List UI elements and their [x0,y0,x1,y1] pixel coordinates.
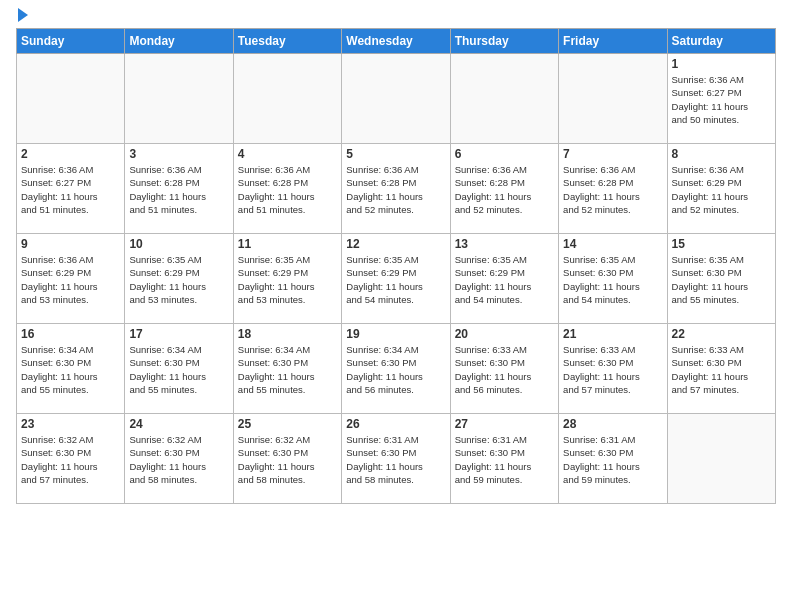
calendar-header-thursday: Thursday [450,29,558,54]
calendar-cell [17,54,125,144]
calendar-cell [667,414,775,504]
calendar-cell: 26Sunrise: 6:31 AM Sunset: 6:30 PM Dayli… [342,414,450,504]
day-info: Sunrise: 6:32 AM Sunset: 6:30 PM Dayligh… [21,433,120,486]
day-number: 5 [346,147,445,161]
day-number: 15 [672,237,771,251]
day-info: Sunrise: 6:36 AM Sunset: 6:29 PM Dayligh… [21,253,120,306]
logo [16,10,28,22]
calendar-cell: 21Sunrise: 6:33 AM Sunset: 6:30 PM Dayli… [559,324,667,414]
day-info: Sunrise: 6:36 AM Sunset: 6:29 PM Dayligh… [672,163,771,216]
day-info: Sunrise: 6:34 AM Sunset: 6:30 PM Dayligh… [346,343,445,396]
day-number: 7 [563,147,662,161]
day-number: 10 [129,237,228,251]
calendar: SundayMondayTuesdayWednesdayThursdayFrid… [16,28,776,504]
day-info: Sunrise: 6:33 AM Sunset: 6:30 PM Dayligh… [672,343,771,396]
calendar-cell: 14Sunrise: 6:35 AM Sunset: 6:30 PM Dayli… [559,234,667,324]
day-number: 27 [455,417,554,431]
calendar-header-monday: Monday [125,29,233,54]
calendar-cell: 2Sunrise: 6:36 AM Sunset: 6:27 PM Daylig… [17,144,125,234]
calendar-cell: 4Sunrise: 6:36 AM Sunset: 6:28 PM Daylig… [233,144,341,234]
day-number: 24 [129,417,228,431]
day-info: Sunrise: 6:36 AM Sunset: 6:28 PM Dayligh… [455,163,554,216]
day-info: Sunrise: 6:31 AM Sunset: 6:30 PM Dayligh… [346,433,445,486]
day-info: Sunrise: 6:35 AM Sunset: 6:29 PM Dayligh… [455,253,554,306]
calendar-cell: 10Sunrise: 6:35 AM Sunset: 6:29 PM Dayli… [125,234,233,324]
calendar-cell: 16Sunrise: 6:34 AM Sunset: 6:30 PM Dayli… [17,324,125,414]
day-number: 26 [346,417,445,431]
day-info: Sunrise: 6:35 AM Sunset: 6:29 PM Dayligh… [129,253,228,306]
day-info: Sunrise: 6:35 AM Sunset: 6:29 PM Dayligh… [238,253,337,306]
calendar-header-wednesday: Wednesday [342,29,450,54]
day-number: 19 [346,327,445,341]
day-info: Sunrise: 6:34 AM Sunset: 6:30 PM Dayligh… [238,343,337,396]
calendar-cell: 23Sunrise: 6:32 AM Sunset: 6:30 PM Dayli… [17,414,125,504]
day-number: 22 [672,327,771,341]
calendar-cell: 1Sunrise: 6:36 AM Sunset: 6:27 PM Daylig… [667,54,775,144]
calendar-week-1: 2Sunrise: 6:36 AM Sunset: 6:27 PM Daylig… [17,144,776,234]
day-number: 11 [238,237,337,251]
day-info: Sunrise: 6:34 AM Sunset: 6:30 PM Dayligh… [129,343,228,396]
day-number: 12 [346,237,445,251]
calendar-cell: 25Sunrise: 6:32 AM Sunset: 6:30 PM Dayli… [233,414,341,504]
day-number: 17 [129,327,228,341]
day-info: Sunrise: 6:36 AM Sunset: 6:27 PM Dayligh… [21,163,120,216]
calendar-body: 1Sunrise: 6:36 AM Sunset: 6:27 PM Daylig… [17,54,776,504]
day-number: 14 [563,237,662,251]
calendar-cell: 18Sunrise: 6:34 AM Sunset: 6:30 PM Dayli… [233,324,341,414]
calendar-cell: 13Sunrise: 6:35 AM Sunset: 6:29 PM Dayli… [450,234,558,324]
calendar-cell: 9Sunrise: 6:36 AM Sunset: 6:29 PM Daylig… [17,234,125,324]
day-info: Sunrise: 6:32 AM Sunset: 6:30 PM Dayligh… [238,433,337,486]
day-number: 20 [455,327,554,341]
calendar-week-4: 23Sunrise: 6:32 AM Sunset: 6:30 PM Dayli… [17,414,776,504]
day-info: Sunrise: 6:35 AM Sunset: 6:30 PM Dayligh… [563,253,662,306]
logo-arrow-icon [18,8,28,22]
day-info: Sunrise: 6:31 AM Sunset: 6:30 PM Dayligh… [563,433,662,486]
day-number: 3 [129,147,228,161]
day-number: 28 [563,417,662,431]
day-info: Sunrise: 6:34 AM Sunset: 6:30 PM Dayligh… [21,343,120,396]
calendar-cell [450,54,558,144]
calendar-cell [559,54,667,144]
calendar-cell: 24Sunrise: 6:32 AM Sunset: 6:30 PM Dayli… [125,414,233,504]
calendar-cell: 6Sunrise: 6:36 AM Sunset: 6:28 PM Daylig… [450,144,558,234]
calendar-cell: 12Sunrise: 6:35 AM Sunset: 6:29 PM Dayli… [342,234,450,324]
calendar-cell: 3Sunrise: 6:36 AM Sunset: 6:28 PM Daylig… [125,144,233,234]
day-number: 4 [238,147,337,161]
calendar-cell: 15Sunrise: 6:35 AM Sunset: 6:30 PM Dayli… [667,234,775,324]
day-info: Sunrise: 6:36 AM Sunset: 6:28 PM Dayligh… [346,163,445,216]
calendar-header-sunday: Sunday [17,29,125,54]
day-info: Sunrise: 6:36 AM Sunset: 6:27 PM Dayligh… [672,73,771,126]
header [16,10,776,22]
day-number: 2 [21,147,120,161]
page: SundayMondayTuesdayWednesdayThursdayFrid… [0,0,792,612]
calendar-header-tuesday: Tuesday [233,29,341,54]
day-number: 9 [21,237,120,251]
calendar-cell [125,54,233,144]
calendar-cell [233,54,341,144]
calendar-cell: 27Sunrise: 6:31 AM Sunset: 6:30 PM Dayli… [450,414,558,504]
day-number: 21 [563,327,662,341]
day-info: Sunrise: 6:31 AM Sunset: 6:30 PM Dayligh… [455,433,554,486]
calendar-cell: 19Sunrise: 6:34 AM Sunset: 6:30 PM Dayli… [342,324,450,414]
day-number: 23 [21,417,120,431]
calendar-cell: 17Sunrise: 6:34 AM Sunset: 6:30 PM Dayli… [125,324,233,414]
day-info: Sunrise: 6:36 AM Sunset: 6:28 PM Dayligh… [129,163,228,216]
calendar-week-3: 16Sunrise: 6:34 AM Sunset: 6:30 PM Dayli… [17,324,776,414]
calendar-header-row: SundayMondayTuesdayWednesdayThursdayFrid… [17,29,776,54]
day-number: 16 [21,327,120,341]
day-number: 8 [672,147,771,161]
calendar-cell: 22Sunrise: 6:33 AM Sunset: 6:30 PM Dayli… [667,324,775,414]
day-info: Sunrise: 6:35 AM Sunset: 6:29 PM Dayligh… [346,253,445,306]
calendar-week-2: 9Sunrise: 6:36 AM Sunset: 6:29 PM Daylig… [17,234,776,324]
day-info: Sunrise: 6:36 AM Sunset: 6:28 PM Dayligh… [563,163,662,216]
calendar-cell: 5Sunrise: 6:36 AM Sunset: 6:28 PM Daylig… [342,144,450,234]
day-number: 1 [672,57,771,71]
day-number: 18 [238,327,337,341]
day-number: 13 [455,237,554,251]
calendar-week-0: 1Sunrise: 6:36 AM Sunset: 6:27 PM Daylig… [17,54,776,144]
calendar-cell: 11Sunrise: 6:35 AM Sunset: 6:29 PM Dayli… [233,234,341,324]
calendar-cell: 20Sunrise: 6:33 AM Sunset: 6:30 PM Dayli… [450,324,558,414]
day-info: Sunrise: 6:36 AM Sunset: 6:28 PM Dayligh… [238,163,337,216]
day-number: 25 [238,417,337,431]
calendar-cell: 28Sunrise: 6:31 AM Sunset: 6:30 PM Dayli… [559,414,667,504]
